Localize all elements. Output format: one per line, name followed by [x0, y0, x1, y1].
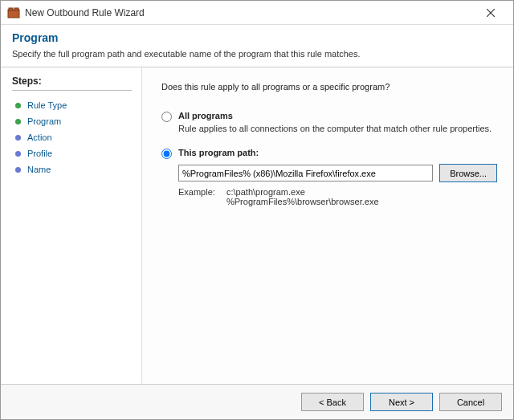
example-values: c:\path\program.exe %ProgramFiles%\brows…	[226, 187, 379, 206]
titlebar: New Outbound Rule Wizard	[1, 1, 513, 25]
close-icon	[487, 9, 495, 17]
option-all-row[interactable]: All programs	[161, 111, 497, 122]
radio-program-path[interactable]	[161, 149, 172, 159]
back-button[interactable]: < Back	[301, 393, 364, 411]
wizard-main: Does this rule apply to all programs or …	[141, 67, 513, 384]
step-profile[interactable]: Profile	[12, 145, 141, 161]
example-label: Example:	[178, 187, 226, 206]
page-title: Program	[12, 31, 502, 44]
step-label: Rule Type	[27, 100, 67, 110]
radio-all-programs[interactable]	[161, 112, 172, 122]
wizard-header: Program Specify the full program path an…	[1, 25, 513, 67]
option-all-label: All programs	[178, 111, 233, 120]
window-title: New Outbound Rule Wizard	[25, 7, 475, 18]
cancel-button[interactable]: Cancel	[439, 393, 502, 411]
step-bullet-icon	[15, 151, 21, 157]
option-all-programs: All programs Rule applies to all connect…	[161, 111, 497, 133]
program-path-row: Browse...	[178, 164, 497, 182]
program-path-input[interactable]	[178, 165, 433, 181]
step-bullet-icon	[15, 103, 21, 108]
step-label: Action	[27, 133, 52, 142]
step-bullet-icon	[15, 119, 21, 124]
next-button[interactable]: Next >	[370, 393, 433, 411]
app-icon	[7, 6, 20, 19]
steps-sidebar: Steps: Rule Type Program Action Profile …	[1, 67, 141, 384]
step-action[interactable]: Action	[12, 129, 141, 145]
step-rule-type[interactable]: Rule Type	[12, 97, 141, 113]
step-label: Profile	[27, 149, 52, 158]
step-label: Program	[27, 116, 61, 126]
close-button[interactable]	[475, 2, 507, 24]
step-program[interactable]: Program	[12, 113, 141, 129]
step-label: Name	[27, 165, 51, 174]
option-all-desc: Rule applies to all connections on the c…	[178, 124, 497, 133]
option-path-label: This program path:	[178, 148, 259, 157]
option-program-path: This program path: Browse... Example: c:…	[161, 148, 497, 206]
wizard-footer: < Back Next > Cancel	[1, 384, 513, 419]
step-bullet-icon	[15, 135, 21, 141]
browse-button[interactable]: Browse...	[439, 164, 497, 182]
wizard-body: Steps: Rule Type Program Action Profile …	[1, 67, 513, 384]
page-subtitle: Specify the full program path and execut…	[12, 49, 502, 59]
option-path-row[interactable]: This program path:	[161, 148, 497, 159]
question-text: Does this rule apply to all programs or …	[161, 82, 497, 92]
svg-rect-2	[14, 8, 18, 10]
steps-title: Steps:	[12, 75, 141, 87]
step-name[interactable]: Name	[12, 161, 141, 177]
svg-rect-1	[9, 8, 13, 10]
steps-divider	[12, 90, 132, 91]
example-row: Example: c:\path\program.exe %ProgramFil…	[178, 187, 497, 206]
step-bullet-icon	[15, 167, 21, 173]
